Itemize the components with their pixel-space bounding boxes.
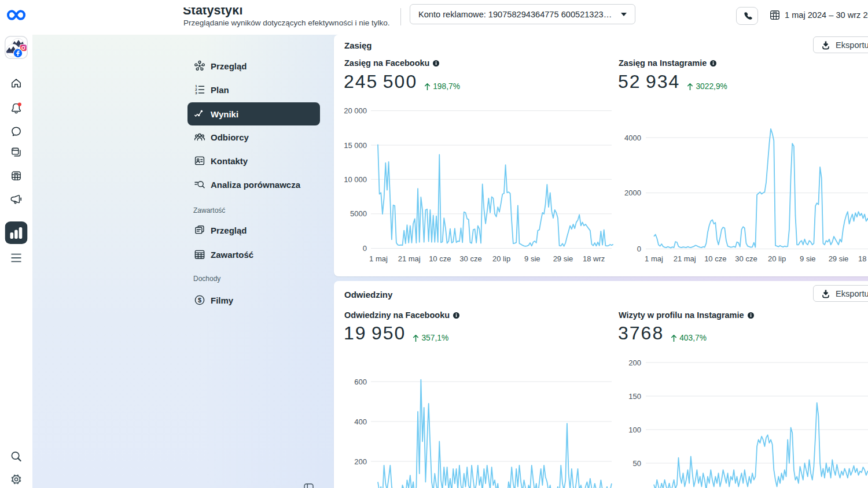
svg-text:0: 0: [637, 245, 641, 253]
svg-text:200: 200: [354, 457, 367, 466]
svg-text:29 sie: 29 sie: [553, 254, 573, 263]
svg-text:2000: 2000: [624, 188, 641, 197]
svg-text:0: 0: [363, 244, 367, 253]
svg-text:400: 400: [354, 417, 367, 426]
svg-text:20 lip: 20 lip: [492, 254, 510, 263]
svg-text:1 maj: 1 maj: [369, 254, 388, 263]
svg-text:600: 600: [354, 378, 367, 386]
svg-text:18 wrz: 18 wrz: [583, 254, 605, 263]
svg-text:9 sie: 9 sie: [524, 254, 540, 263]
svg-text:30 cze: 30 cze: [735, 254, 757, 263]
svg-text:4000: 4000: [624, 134, 641, 142]
svg-text:10 cze: 10 cze: [704, 254, 726, 263]
svg-text:$: $: [198, 297, 201, 304]
svg-text:15 000: 15 000: [344, 141, 367, 150]
svg-text:10 000: 10 000: [344, 175, 367, 184]
svg-text:9 sie: 9 sie: [800, 254, 815, 263]
svg-text:150: 150: [628, 392, 641, 401]
svg-text:18 wrz: 18 wrz: [858, 254, 868, 263]
svg-text:1 maj: 1 maj: [645, 254, 663, 263]
svg-text:30 cze: 30 cze: [459, 254, 481, 263]
svg-text:20 lip: 20 lip: [768, 254, 786, 263]
svg-text:200: 200: [628, 358, 641, 367]
svg-text:29 sie: 29 sie: [829, 254, 849, 263]
svg-text:21 maj: 21 maj: [674, 254, 696, 263]
svg-text:3: 3: [195, 91, 197, 95]
svg-text:50: 50: [633, 459, 641, 468]
svg-text:10 cze: 10 cze: [429, 254, 451, 263]
svg-text:20 000: 20 000: [344, 106, 367, 115]
svg-text:5000: 5000: [350, 209, 367, 218]
svg-text:100: 100: [628, 426, 641, 434]
svg-text:21 maj: 21 maj: [398, 254, 421, 263]
